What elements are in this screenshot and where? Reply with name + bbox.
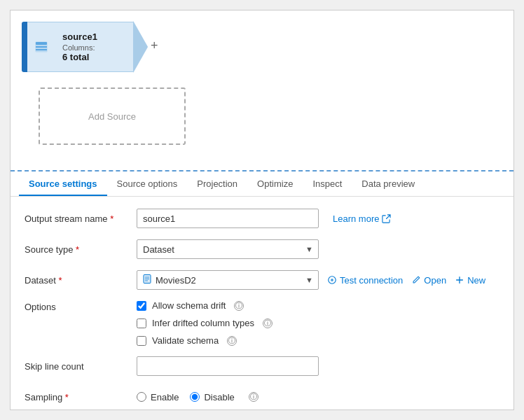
settings-area: Output stream name * Learn more Source t… — [11, 197, 513, 410]
open-dataset-link[interactable]: Open — [411, 275, 446, 286]
add-source-placeholder[interactable]: Add Source — [39, 88, 186, 145]
tab-optimize[interactable]: Optimize — [247, 173, 303, 196]
validate-schema-info-icon[interactable]: ⓘ — [227, 336, 237, 346]
source-node[interactable]: source1 Columns: 6 total — [22, 22, 148, 72]
tabs-bar: Source settings Source options Projectio… — [11, 172, 513, 197]
dataset-file-icon — [142, 274, 152, 286]
source-type-select[interactable]: Dataset Inline — [137, 239, 319, 259]
dataset-row: Dataset * MoviesD2 — [25, 270, 499, 290]
sampling-row: Sampling * Enable Disable ⓘ — [25, 386, 499, 407]
node-icon-area — [27, 22, 55, 72]
skip-line-count-row: Skip line count — [25, 356, 499, 377]
skip-line-count-label: Skip line count — [25, 361, 137, 372]
allow-schema-drift-label: Allow schema drift — [152, 300, 226, 311]
source-type-label: Source type * — [25, 244, 137, 255]
node-columns-value: 6 total — [62, 52, 127, 62]
new-dataset-link[interactable]: New — [455, 275, 485, 286]
external-link-icon — [382, 214, 391, 223]
infer-drifted-label: Infer drifted column types — [152, 318, 254, 328]
plus-icon — [455, 275, 464, 285]
edit-icon — [411, 275, 421, 285]
output-stream-label: Output stream name * — [25, 214, 137, 224]
validate-schema-checkbox[interactable] — [137, 336, 146, 346]
node-arrow — [134, 22, 148, 72]
allow-schema-drift-row: Allow schema drift ⓘ — [137, 300, 273, 311]
add-connection-icon[interactable]: + — [151, 38, 158, 53]
output-stream-row: Output stream name * Learn more — [25, 208, 499, 229]
infer-drifted-row: Infer drifted column types ⓘ — [137, 318, 273, 328]
allow-schema-drift-checkbox[interactable] — [137, 301, 146, 311]
dataset-select-wrapper: MoviesD2 ▼ — [137, 270, 319, 290]
canvas-area: source1 Columns: 6 total + Add Source — [11, 10, 513, 172]
infer-drifted-checkbox[interactable] — [137, 318, 146, 328]
node-left-bar — [22, 22, 27, 72]
learn-more-link[interactable]: Learn more — [333, 214, 391, 224]
sampling-enable-radio[interactable] — [137, 392, 146, 402]
svg-rect-1 — [36, 42, 47, 45]
node-title: source1 — [62, 31, 127, 42]
source-type-select-wrapper: Dataset Inline ▼ — [137, 239, 319, 259]
dataset-label: Dataset * — [25, 275, 137, 286]
dataset-control: MoviesD2 ▼ Test connection Open — [137, 270, 499, 290]
output-stream-input[interactable] — [137, 209, 319, 228]
output-stream-control: Learn more — [137, 209, 499, 228]
sampling-control: Enable Disable ⓘ — [137, 392, 499, 402]
tab-projection[interactable]: Projection — [187, 173, 247, 196]
tab-source-options[interactable]: Source options — [107, 173, 188, 196]
skip-line-count-control — [137, 356, 499, 376]
skip-line-count-input[interactable] — [137, 356, 319, 376]
sampling-disable-radio[interactable] — [190, 392, 200, 402]
node-body: source1 Columns: 6 total — [55, 22, 134, 72]
validate-schema-row: Validate schema ⓘ — [137, 335, 273, 346]
options-row: Options Allow schema drift ⓘ Infer drift… — [25, 300, 499, 346]
test-connection-link[interactable]: Test connection — [327, 275, 403, 286]
add-source-label: Add Source — [88, 111, 136, 122]
options-label: Options — [25, 300, 137, 312]
source-type-control: Dataset Inline ▼ — [137, 239, 499, 259]
sampling-radio-group: Enable Disable ⓘ — [137, 392, 258, 402]
required-star: * — [110, 214, 113, 224]
sampling-disable-row: Disable — [190, 392, 234, 402]
sampling-enable-row: Enable — [137, 392, 179, 402]
sampling-enable-label: Enable — [151, 392, 179, 402]
sampling-info-icon[interactable]: ⓘ — [249, 392, 258, 402]
source-type-row: Source type * Dataset Inline ▼ — [25, 239, 499, 260]
dataset-select[interactable]: MoviesD2 — [137, 270, 319, 290]
node-columns-label: Columns: — [62, 43, 127, 52]
infer-drifted-info-icon[interactable]: ⓘ — [263, 318, 273, 328]
sampling-label: Sampling * — [25, 392, 137, 402]
sampling-disable-label: Disable — [204, 392, 234, 402]
tab-inspect[interactable]: Inspect — [303, 173, 352, 196]
options-checkboxes: Allow schema drift ⓘ Infer drifted colum… — [137, 300, 273, 346]
main-window: source1 Columns: 6 total + Add Source So… — [10, 10, 514, 410]
validate-schema-label: Validate schema — [152, 335, 219, 346]
tab-source-settings[interactable]: Source settings — [19, 173, 107, 196]
allow-schema-drift-info-icon[interactable]: ⓘ — [234, 301, 244, 311]
dataset-icon — [34, 39, 49, 55]
tab-data-preview[interactable]: Data preview — [352, 173, 425, 196]
plug-icon — [327, 275, 337, 285]
